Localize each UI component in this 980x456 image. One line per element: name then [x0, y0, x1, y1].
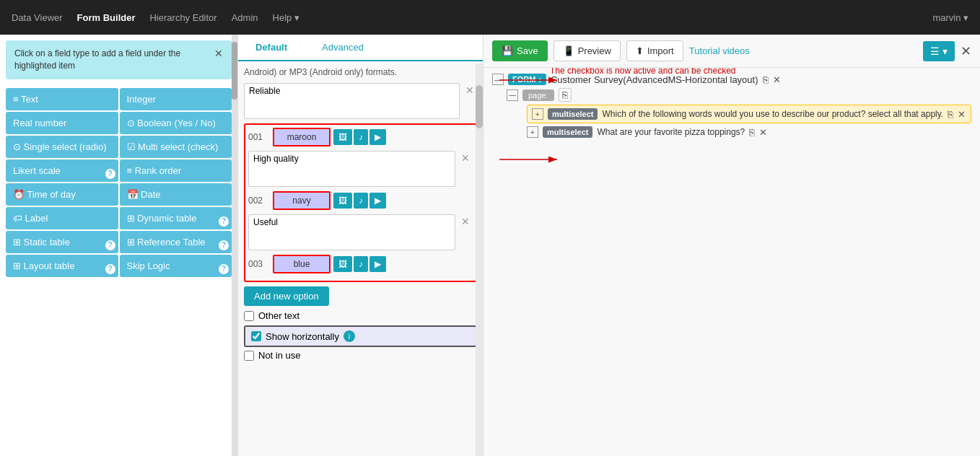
- field-time-of-day[interactable]: ⏰ Time of day: [6, 183, 118, 206]
- option-text-row-001: High quality ✕: [248, 151, 473, 187]
- skip-logic-help-icon[interactable]: ?: [219, 264, 229, 274]
- multiselect-2-expand[interactable]: +: [527, 126, 538, 138]
- preview-button[interactable]: 📱 Preview: [554, 40, 621, 61]
- option-video-btn-001[interactable]: ▶: [369, 129, 386, 145]
- sidebar-scrollbar-thumb[interactable]: [232, 42, 237, 100]
- multiselect-2-container: + multiselect What are your favorite piz…: [492, 126, 971, 138]
- option-image-btn-001[interactable]: 🖼: [333, 129, 352, 145]
- multiselect-2-badge: multiselect: [543, 126, 592, 138]
- preview-icon: 📱: [563, 45, 574, 56]
- option-textarea-001[interactable]: High quality: [248, 151, 455, 187]
- sidebar-close-icon[interactable]: ✕: [214, 48, 223, 59]
- save-button[interactable]: 💾 Save: [492, 40, 548, 61]
- other-text-label: Other text: [258, 310, 299, 321]
- form-tree: — FORM ↕ Customer Survey(AdvancedMS-Hori…: [484, 68, 980, 453]
- menu-button[interactable]: ☰ ▾: [923, 41, 955, 61]
- color-highlight-region: 001 maroon 🖼 ♪ ▶ High quality ✕ 002 navy: [244, 123, 477, 282]
- multiselect-2-copy-btn[interactable]: ⎘: [749, 127, 755, 138]
- field-real-number[interactable]: Real number: [6, 112, 118, 134]
- save-icon: 💾: [502, 45, 513, 56]
- field-multi-select[interactable]: ☑ Multi select (check): [120, 136, 232, 158]
- field-static-table[interactable]: ⊞ Static table ?: [6, 231, 118, 253]
- option-textarea-002[interactable]: Useful: [248, 214, 455, 250]
- close-button[interactable]: ✕: [961, 43, 971, 59]
- center-panel: Default Advanced Android) or MP3 (Androi…: [238, 35, 484, 456]
- option-color-002[interactable]: navy: [273, 191, 331, 210]
- show-horizontally-checkbox[interactable]: [251, 331, 261, 341]
- field-rank-order[interactable]: ≡ Rank order: [120, 159, 232, 182]
- option-audio-btn-001[interactable]: ♪: [354, 129, 368, 145]
- option-video-btn-003[interactable]: ▶: [369, 256, 386, 272]
- first-option-textarea[interactable]: Reliable: [244, 83, 460, 119]
- multiselect-1-delete-btn[interactable]: ✕: [958, 109, 966, 120]
- nav-data-viewer[interactable]: Data Viewer: [12, 12, 63, 23]
- option-actions-002: 🖼 ♪ ▶: [333, 193, 386, 209]
- multiselect-1-container: + multiselect Which of the following wor…: [492, 105, 971, 123]
- field-layout-table[interactable]: ⊞ Layout table ?: [6, 255, 118, 277]
- nav-admin[interactable]: Admin: [232, 12, 258, 23]
- import-button[interactable]: ⬆ Import: [626, 40, 683, 61]
- form-title: Customer Survey(AdvancedMS-Horizontal la…: [551, 74, 758, 85]
- tab-advanced[interactable]: Advanced: [305, 35, 381, 61]
- show-horizontally-label: Show horizontally: [266, 331, 339, 342]
- form-root-row: — FORM ↕ Customer Survey(AdvancedMS-Hori…: [492, 74, 971, 85]
- not-in-use-row: Not in use: [244, 350, 477, 361]
- static-table-help-icon[interactable]: ?: [105, 240, 115, 250]
- page-collapse-btn[interactable]: —: [507, 89, 518, 101]
- likert-help-icon[interactable]: ?: [105, 169, 115, 179]
- left-sidebar: Click on a field type to add a field und…: [0, 35, 238, 456]
- right-panel: 💾 Save 📱 Preview ⬆ Import Tutorial video…: [484, 35, 980, 456]
- center-panel-scrollbar[interactable]: [476, 63, 483, 456]
- form-delete-btn[interactable]: ✕: [773, 74, 781, 85]
- option-video-btn-002[interactable]: ▶: [369, 193, 386, 209]
- multiselect-1-badge: multiselect: [548, 108, 598, 120]
- field-dynamic-table[interactable]: ⊞ Dynamic table ?: [120, 207, 232, 229]
- first-option-remove[interactable]: ✕: [463, 83, 477, 97]
- form-collapse-btn[interactable]: —: [492, 74, 504, 85]
- multiselect-1-expand[interactable]: +: [532, 108, 543, 120]
- field-integer[interactable]: Integer: [120, 88, 232, 110]
- field-reference-table[interactable]: ⊞ Reference Table ?: [120, 231, 232, 253]
- multiselect-1-row: + multiselect Which of the following wor…: [527, 105, 971, 123]
- field-text[interactable]: ≡ Text: [6, 88, 118, 110]
- multiselect-1-copy-btn[interactable]: ⎘: [948, 109, 953, 120]
- nav-hierarchy-editor[interactable]: Hierarchy Editor: [149, 12, 216, 23]
- other-text-row: Other text: [244, 310, 477, 321]
- multiselect-2-delete-btn[interactable]: ✕: [759, 127, 767, 138]
- right-toolbar: 💾 Save 📱 Preview ⬆ Import Tutorial video…: [484, 35, 980, 68]
- not-in-use-checkbox[interactable]: [244, 351, 254, 361]
- sidebar-scrollbar[interactable]: [232, 35, 237, 456]
- option-audio-btn-003[interactable]: ♪: [354, 256, 368, 272]
- page-copy-btn[interactable]: ⎘: [559, 88, 572, 102]
- layout-table-help-icon[interactable]: ?: [105, 264, 115, 274]
- nav-form-builder[interactable]: Form Builder: [77, 12, 136, 23]
- other-text-checkbox[interactable]: [244, 311, 254, 321]
- form-copy-btn[interactable]: ⎘: [763, 74, 769, 85]
- option-color-001[interactable]: maroon: [273, 128, 331, 146]
- user-menu[interactable]: marvin ▾: [932, 12, 968, 23]
- reference-table-help-icon[interactable]: ?: [219, 240, 229, 250]
- option-color-003[interactable]: blue: [273, 255, 331, 273]
- option-image-btn-003[interactable]: 🖼: [333, 256, 352, 272]
- option-row-003: 003 blue 🖼 ♪ ▶: [248, 255, 473, 273]
- tab-default[interactable]: Default: [238, 35, 305, 61]
- panel-content: Android) or MP3 (Android only) formats. …: [238, 61, 483, 454]
- field-date[interactable]: 📅 Date: [120, 183, 232, 206]
- option-remove-001[interactable]: ✕: [458, 151, 473, 165]
- show-horizontally-row: Show horizontally i: [244, 325, 477, 347]
- option-image-btn-002[interactable]: 🖼: [333, 193, 352, 209]
- field-boolean[interactable]: ⊙ Boolean (Yes / No): [120, 112, 232, 134]
- field-likert[interactable]: Likert scale ?: [6, 159, 118, 182]
- dynamic-table-help-icon[interactable]: ?: [219, 216, 229, 227]
- field-skip-logic[interactable]: Skip Logic ?: [120, 255, 232, 277]
- option-num-002: 002: [248, 196, 270, 206]
- tutorial-link[interactable]: Tutorial videos: [689, 45, 750, 56]
- field-single-select[interactable]: ⊙ Single select (radio): [6, 136, 118, 158]
- add-option-button[interactable]: Add new option: [244, 286, 329, 306]
- center-scrollbar-thumb[interactable]: [476, 85, 483, 128]
- show-horizontally-info-icon[interactable]: i: [344, 330, 355, 342]
- field-label[interactable]: 🏷 Label: [6, 207, 118, 229]
- option-audio-btn-002[interactable]: ♪: [354, 193, 368, 209]
- option-remove-002[interactable]: ✕: [458, 214, 473, 229]
- nav-help[interactable]: Help ▾: [273, 12, 299, 23]
